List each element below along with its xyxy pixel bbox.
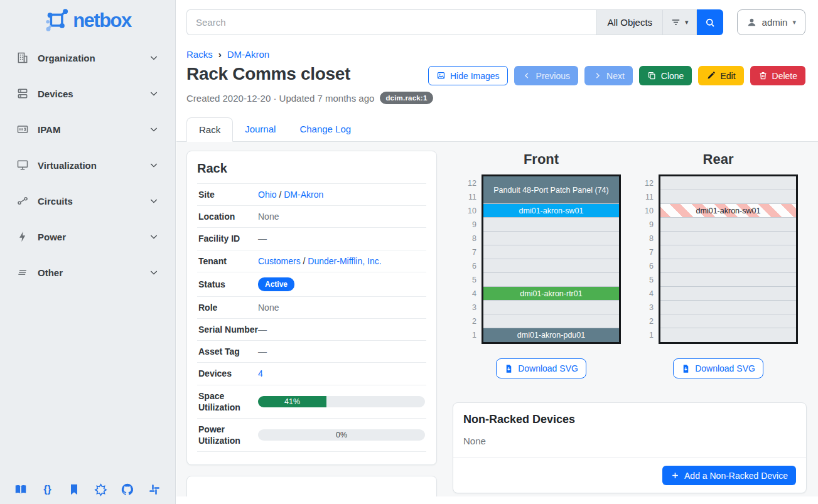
rack-empty-slot[interactable]: [483, 259, 619, 273]
previous-button[interactable]: Previous: [514, 66, 578, 85]
rack-empty-slot[interactable]: [483, 273, 619, 287]
rack-empty-slot[interactable]: [660, 328, 796, 342]
file-download-icon: [681, 364, 691, 373]
sidebar-item-virtualization[interactable]: Virtualization: [8, 153, 168, 178]
rack-attributes: Site Ohio / DM-Akron Location None Facil…: [197, 183, 426, 452]
github-icon[interactable]: [121, 483, 134, 496]
tenant-group-link[interactable]: Customers: [258, 256, 301, 266]
right-column: Front 121110987654321 Panduit 48-Port Pa…: [453, 151, 807, 496]
delete-button[interactable]: Delete: [750, 66, 805, 85]
unit-number: 2: [638, 314, 654, 328]
rack-empty-slot[interactable]: [660, 314, 796, 328]
sidebar-item-power[interactable]: Power: [8, 224, 168, 249]
next-button[interactable]: Next: [584, 66, 633, 85]
unit-number: 9: [638, 218, 654, 232]
chevron-down-icon: [149, 232, 159, 242]
search-input[interactable]: [186, 9, 596, 35]
rack-empty-slot[interactable]: [660, 259, 796, 273]
sidebar-item-ipam[interactable]: IPAM: [8, 117, 168, 142]
image-file-icon: [436, 71, 446, 80]
main-content: All Objects ▾ admin ▾ Racks ›: [176, 0, 818, 504]
bookmark-icon[interactable]: [67, 483, 81, 496]
hide-images-button[interactable]: Hide Images: [428, 66, 508, 85]
sidebar-item-circuits[interactable]: Circuits: [8, 188, 168, 213]
left-column: Rack Site Ohio / DM-Akron Location None: [186, 151, 437, 496]
rack-empty-slot[interactable]: [483, 218, 619, 232]
space-utilization-bar: 41%: [258, 396, 425, 407]
netbox-logo[interactable]: netbox: [0, 0, 175, 45]
rack-device[interactable]: dmi01-akron-rtr01: [483, 287, 619, 301]
pencil-icon: [706, 71, 716, 80]
clone-button[interactable]: Clone: [639, 66, 692, 85]
slack-icon[interactable]: [148, 483, 161, 496]
search-scope-button[interactable]: All Objects: [596, 9, 662, 35]
tab-change-log[interactable]: Change Log: [288, 117, 363, 141]
object-meta: Created 2020-12-20 · Updated 7 months ag…: [186, 92, 818, 104]
caret-down-icon: ▾: [685, 19, 689, 26]
search-filter-button[interactable]: ▾: [662, 9, 697, 35]
sidebar-item-devices[interactable]: Devices: [8, 81, 168, 106]
circuits-icon: [16, 195, 29, 207]
unit-number: 8: [461, 232, 476, 245]
rack-empty-slot[interactable]: [660, 301, 796, 314]
tab-journal[interactable]: Journal: [233, 117, 288, 141]
region-link[interactable]: Ohio: [258, 190, 277, 200]
sidebar-item-other[interactable]: Other: [8, 260, 168, 285]
unit-number: 11: [638, 190, 654, 204]
rack-device[interactable]: dmi01-akron-pdu01: [483, 328, 619, 342]
octagram-icon[interactable]: [94, 483, 108, 496]
breadcrumb-site-link[interactable]: DM-Akron: [227, 49, 270, 60]
edit-button[interactable]: Edit: [698, 66, 743, 85]
unit-numbers-column: 121110987654321: [461, 174, 476, 344]
unit-number: 7: [638, 245, 654, 259]
sidebar-item-label: Circuits: [38, 196, 149, 206]
trash-icon: [758, 71, 768, 80]
rack-empty-slot[interactable]: [660, 273, 796, 287]
attr-row-serial-number: Serial Number —: [197, 319, 426, 341]
download-svg-front-button[interactable]: Download SVG: [496, 358, 586, 378]
add-non-racked-device-button[interactable]: Add a Non-Racked Device: [662, 466, 796, 485]
rack-device[interactable]: dmi01-akron-sw01: [483, 204, 619, 218]
rack-empty-slot[interactable]: [483, 245, 619, 259]
chevron-down-icon: [149, 267, 159, 277]
unit-number: 7: [461, 245, 476, 259]
search-submit-button[interactable]: [697, 9, 723, 35]
rack-empty-slot[interactable]: [660, 190, 796, 204]
attr-row-asset-tag: Asset Tag —: [197, 341, 426, 363]
api-braces-icon[interactable]: {}: [41, 483, 55, 496]
unit-number: 5: [638, 273, 654, 287]
breadcrumb-racks-link[interactable]: Racks: [186, 49, 213, 60]
space-utilization-fill: 41%: [258, 396, 326, 407]
unit-number: 12: [638, 176, 654, 190]
global-search: All Objects ▾: [186, 9, 723, 35]
user-menu-button[interactable]: admin ▾: [737, 9, 805, 35]
attr-row-status: Status Active: [197, 272, 426, 297]
rack-empty-slot[interactable]: [660, 232, 796, 245]
site-link[interactable]: DM-Akron: [284, 190, 323, 200]
rack-empty-slot[interactable]: [660, 218, 796, 232]
tab-rack[interactable]: Rack: [186, 117, 233, 142]
rack-device[interactable]: Panduit 48-Port Patch Panel (74): [483, 176, 619, 204]
rack-empty-slot[interactable]: [483, 232, 619, 245]
unit-number: 3: [638, 301, 654, 314]
rack-device[interactable]: dmi01-akron-sw01: [660, 204, 796, 218]
breadcrumb: Racks › DM-Akron: [186, 49, 818, 60]
server-icon: [16, 87, 29, 100]
tenant-link[interactable]: Dunder-Mifflin, Inc.: [308, 256, 381, 266]
created-updated-text: Created 2020-12-20 · Updated 7 months ag…: [186, 93, 374, 104]
rack-empty-slot[interactable]: [660, 176, 796, 190]
devices-count-link[interactable]: 4: [258, 368, 263, 378]
docs-book-icon[interactable]: [14, 483, 28, 496]
unit-number: 10: [461, 204, 476, 218]
sidebar: netbox Organization Devices IPAM Virt: [0, 0, 176, 504]
rack-empty-slot[interactable]: [660, 245, 796, 259]
front-rack-diagram: Panduit 48-Port Patch Panel (74)dmi01-ak…: [482, 174, 621, 344]
rack-empty-slot[interactable]: [483, 301, 619, 314]
rack-empty-slot[interactable]: [483, 314, 619, 328]
unit-number: 12: [461, 176, 476, 190]
rack-empty-slot[interactable]: [660, 287, 796, 301]
download-svg-rear-button[interactable]: Download SVG: [673, 358, 763, 378]
sidebar-item-organization[interactable]: Organization: [8, 45, 168, 70]
status-badge: Active: [258, 277, 294, 291]
object-actions: Hide Images Previous Next Clone: [428, 66, 805, 85]
